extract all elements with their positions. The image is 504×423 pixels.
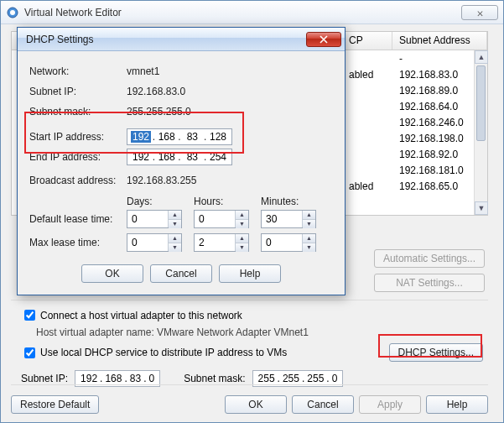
spin-up-icon[interactable]: ▲ (303, 211, 315, 220)
spin-down-icon[interactable]: ▼ (303, 220, 315, 228)
default-lease-minutes[interactable]: 30▲▼ (261, 210, 316, 228)
dhcp-settings-button[interactable]: DHCP Settings... (389, 343, 483, 362)
start-ip-label: Start IP address: (29, 131, 127, 143)
nat-settings-button[interactable]: NAT Settings... (374, 274, 485, 292)
main-cancel-button[interactable]: Cancel (292, 395, 354, 414)
lease-header: Days: Hours: Minutes: (29, 196, 333, 207)
max-lease-label: Max lease time: (29, 237, 127, 248)
spin-down-icon[interactable]: ▼ (236, 220, 248, 228)
end-ip-input[interactable]: 192. 168. 83. 254 (127, 149, 232, 165)
spin-down-icon[interactable]: ▼ (303, 243, 315, 252)
main-apply-button[interactable]: Apply (359, 395, 421, 414)
end-ip-label: End IP address: (29, 151, 127, 163)
dlg-subnet-ip-label: Subnet IP: (29, 86, 127, 97)
app-icon (6, 6, 19, 19)
column-subnet[interactable]: Subnet Address (392, 32, 487, 50)
dlg-subnet-mask-label: Subnet mask: (29, 106, 127, 118)
spin-up-icon[interactable]: ▲ (169, 211, 181, 220)
spin-up-icon[interactable]: ▲ (169, 234, 181, 243)
hours-label: Hours: (194, 196, 261, 207)
days-label: Days: (127, 196, 194, 207)
close-icon (320, 35, 328, 44)
scroll-thumb[interactable] (476, 65, 486, 141)
vnet-options: Connect a host virtual adapter to this n… (11, 300, 488, 387)
dialog-cancel-button[interactable]: Cancel (150, 264, 212, 283)
dialog-title: DHCP Settings (26, 34, 306, 45)
max-lease-days[interactable]: 0▲▼ (127, 233, 182, 252)
dialog-help-button[interactable]: Help (219, 264, 281, 283)
right-button-group: Automatic Settings... NAT Settings... (374, 249, 485, 292)
dialog-close-button[interactable] (306, 32, 341, 47)
use-dhcp-checkbox[interactable] (24, 347, 35, 358)
dialog-titlebar[interactable]: DHCP Settings (18, 28, 345, 51)
scroll-down-icon[interactable]: ▼ (475, 201, 488, 215)
connect-host-adapter-row: Connect a host virtual adapter to this n… (21, 307, 488, 323)
main-ok-button[interactable]: OK (225, 395, 287, 414)
divider (11, 384, 488, 385)
default-lease-hours[interactable]: 0▲▼ (194, 210, 249, 228)
dialog-ok-button[interactable]: OK (81, 264, 143, 283)
broadcast-label: Broadcast address: (29, 175, 127, 186)
default-lease-days[interactable]: 0▲▼ (127, 210, 182, 228)
main-titlebar: Virtual Network Editor ⨉ (1, 1, 503, 24)
max-lease-minutes[interactable]: 0▲▼ (261, 233, 316, 252)
column-dhcp[interactable]: CP (342, 32, 392, 50)
use-dhcp-row: Use local DHCP service to distribute IP … (21, 343, 488, 362)
close-icon: ⨉ (477, 7, 483, 18)
dialog-button-row: OK Cancel Help (29, 264, 333, 283)
main-help-button[interactable]: Help (426, 395, 488, 414)
dhcp-settings-dialog: DHCP Settings Network:vmnet1 Subnet IP:1… (17, 27, 346, 295)
use-dhcp-label: Use local DHCP service to distribute IP … (40, 347, 287, 358)
network-value: vmnet1 (127, 65, 159, 77)
connect-host-adapter-label: Connect a host virtual adapter to this n… (40, 310, 242, 321)
subnet-ip-label: Subnet IP: (21, 373, 68, 384)
dialog-body: Network:vmnet1 Subnet IP:192.168.83.0 Su… (18, 51, 345, 295)
scroll-up-icon[interactable]: ▲ (475, 50, 488, 64)
window-title: Virtual Network Editor (24, 7, 461, 18)
minutes-label: Minutes: (261, 196, 328, 207)
spin-down-icon[interactable]: ▼ (169, 220, 181, 228)
spin-down-icon[interactable]: ▼ (169, 243, 181, 252)
table-scrollbar[interactable]: ▲ ▼ (474, 50, 487, 215)
max-lease-hours[interactable]: 2▲▼ (194, 233, 249, 252)
spin-up-icon[interactable]: ▲ (236, 211, 248, 220)
spin-up-icon[interactable]: ▲ (236, 234, 248, 243)
subnet-mask-label: Subnet mask: (184, 373, 245, 384)
spin-down-icon[interactable]: ▼ (236, 243, 248, 252)
main-close-button[interactable]: ⨉ (461, 5, 498, 20)
restore-default-button[interactable]: Restore Default (11, 395, 99, 414)
default-lease-label: Default lease time: (29, 213, 127, 225)
spin-up-icon[interactable]: ▲ (303, 234, 315, 243)
dlg-subnet-ip-value: 192.168.83.0 (127, 86, 185, 97)
broadcast-value: 192.168.83.255 (127, 175, 196, 186)
svg-point-1 (10, 10, 15, 15)
automatic-settings-button[interactable]: Automatic Settings... (374, 249, 485, 268)
network-label: Network: (29, 65, 127, 77)
dlg-subnet-mask-value: 255.255.255.0 (127, 106, 191, 118)
host-adapter-name: Host virtual adapter name: VMware Networ… (36, 326, 488, 338)
bottom-button-row: Restore Default OK Cancel Apply Help (11, 395, 488, 414)
connect-host-adapter-checkbox[interactable] (24, 310, 35, 321)
start-ip-input[interactable]: 192. 168. 83. 128 (127, 128, 232, 145)
